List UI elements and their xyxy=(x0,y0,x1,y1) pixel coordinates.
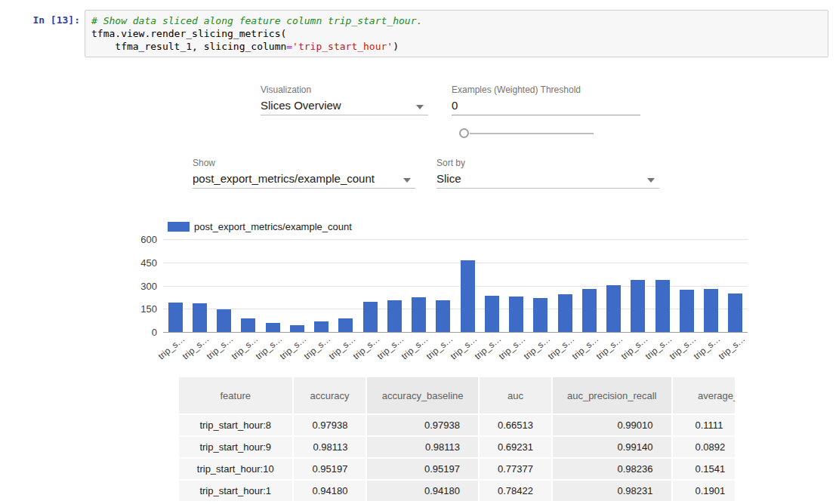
bar[interactable] xyxy=(655,280,670,332)
slider-thumb-handle[interactable] xyxy=(459,128,469,138)
bar[interactable] xyxy=(631,280,645,332)
bar-slot: trip_s… xyxy=(382,239,406,332)
column-header: auc xyxy=(480,377,553,415)
chart-y-axis: 0150300450600 xyxy=(125,239,157,332)
metric-cell: 0.94180 xyxy=(367,481,479,502)
metric-cell: 0.69231 xyxy=(480,437,553,459)
metric-select-value: post_export_metrics/example_count xyxy=(193,172,375,185)
x-tick-label: trip_s… xyxy=(448,333,479,361)
bar[interactable] xyxy=(314,321,329,332)
x-tick-label: trip_s… xyxy=(716,333,747,361)
bar-slot: trip_s… xyxy=(504,239,529,332)
x-tick-label: trip_s… xyxy=(278,333,309,361)
metric-cell: 0.1111 xyxy=(673,415,736,437)
threshold-input-value: 0 xyxy=(452,99,458,112)
bar-slot: trip_s… xyxy=(455,239,480,332)
chart-plot: trip_s…trip_s…trip_s…trip_s…trip_s…trip_… xyxy=(163,239,748,332)
metric-cell: 0.78422 xyxy=(480,481,553,502)
bar[interactable] xyxy=(606,285,621,332)
bar[interactable] xyxy=(168,303,183,332)
metric-cell: 0.99140 xyxy=(553,437,673,459)
metric-cell: 0.95197 xyxy=(294,459,368,481)
metric-cell: 0.77377 xyxy=(480,459,553,481)
feature-cell: trip_start_hour:10 xyxy=(179,459,294,481)
sort-by-label: Sort by xyxy=(436,158,465,168)
bar[interactable] xyxy=(436,300,450,332)
bar[interactable] xyxy=(363,302,378,332)
threshold-slider[interactable] xyxy=(459,128,594,139)
visualization-select[interactable]: Slices Overview xyxy=(261,98,428,115)
notebook-page: In [13]: # Show data sliced along featur… xyxy=(0,0,839,504)
dropdown-arrow-icon xyxy=(647,178,655,183)
bar[interactable] xyxy=(412,297,426,332)
bar[interactable] xyxy=(704,289,718,332)
metrics-table[interactable]: featureaccuracyaccuracy_baselineaucauc_p… xyxy=(179,377,735,504)
code-line: # Show data sliced along feature column … xyxy=(91,14,822,27)
code-token: # Show data sliced along feature column … xyxy=(91,15,422,26)
table-row: trip_start_hour:80.979380.979380.665130.… xyxy=(179,415,735,437)
slider-track xyxy=(470,133,594,134)
code-token: tfma_result_1, slicing_column xyxy=(91,41,286,52)
dropdown-arrow-icon xyxy=(416,105,424,109)
threshold-label: Examples (Weighted) Threshold xyxy=(452,85,581,95)
threshold-input[interactable]: 0 xyxy=(452,98,640,115)
feature-cell: trip_start_hour:1 xyxy=(179,481,294,502)
y-tick-label: 150 xyxy=(125,303,157,315)
bar[interactable] xyxy=(509,297,523,332)
cell-prompt: In [13]: xyxy=(21,14,80,26)
y-tick-label: 600 xyxy=(125,234,157,245)
bar-slot: trip_s… xyxy=(674,239,699,332)
bar-slot: trip_s… xyxy=(358,239,382,332)
metric-cell: 0.97938 xyxy=(294,415,368,437)
x-tick-label: trip_s… xyxy=(180,333,211,361)
bar[interactable] xyxy=(680,290,694,332)
x-tick-label: trip_s… xyxy=(229,333,260,361)
bar[interactable] xyxy=(193,303,207,333)
feature-cell: trip_start_hour:8 xyxy=(179,415,294,437)
metric-select[interactable]: post_export_metrics/example_count xyxy=(193,171,415,189)
table-body: trip_start_hour:80.979380.979380.665130.… xyxy=(179,415,735,502)
x-tick-label: trip_s… xyxy=(424,333,455,361)
bar[interactable] xyxy=(533,298,548,332)
bar[interactable] xyxy=(485,296,499,332)
metric-cell: 0.97938 xyxy=(367,415,479,437)
bar-slot: trip_s… xyxy=(699,239,723,332)
code-token: ) xyxy=(393,41,399,52)
bar[interactable] xyxy=(582,289,597,332)
bar[interactable] xyxy=(290,325,304,332)
x-tick-label: trip_s… xyxy=(545,333,576,361)
legend-swatch xyxy=(168,222,190,232)
x-tick-label: trip_s… xyxy=(302,333,333,361)
bar[interactable] xyxy=(338,318,353,332)
code-line: tfma.view.render_slicing_metrics( xyxy=(91,27,822,40)
column-header: average_loss xyxy=(673,377,736,415)
bar[interactable] xyxy=(461,260,475,332)
bar-slot: trip_s… xyxy=(187,239,211,332)
legend-label: post_export_metrics/example_count xyxy=(194,221,352,232)
metric-cell: 0.98231 xyxy=(553,481,673,502)
bar[interactable] xyxy=(387,300,402,332)
code-cell[interactable]: # Show data sliced along feature column … xyxy=(85,10,828,57)
code-token: = xyxy=(286,41,292,52)
x-tick-label: trip_s… xyxy=(668,333,699,361)
bar[interactable] xyxy=(217,309,231,332)
bar[interactable] xyxy=(728,293,742,332)
visualization-label: Visualization xyxy=(261,85,311,95)
bar-slot: trip_s… xyxy=(212,239,236,332)
x-tick-label: trip_s… xyxy=(399,333,430,361)
sort-select[interactable]: Slice xyxy=(436,171,659,189)
x-tick-label: trip_s… xyxy=(618,333,649,361)
x-tick-label: trip_s… xyxy=(643,333,674,361)
column-header: accuracy xyxy=(294,377,368,415)
bar-slot: trip_s… xyxy=(529,239,553,332)
x-tick-label: trip_s… xyxy=(570,333,601,361)
bar-slot: trip_s… xyxy=(310,239,334,332)
bar[interactable] xyxy=(266,323,280,332)
column-header: feature xyxy=(179,377,294,415)
bar-slot: trip_s… xyxy=(334,239,358,332)
metric-cell: 0.98113 xyxy=(367,437,479,459)
bar[interactable] xyxy=(241,318,255,332)
metric-cell: 0.94180 xyxy=(294,481,368,502)
bar[interactable] xyxy=(558,294,572,332)
visualization-select-value: Slices Overview xyxy=(261,99,341,112)
